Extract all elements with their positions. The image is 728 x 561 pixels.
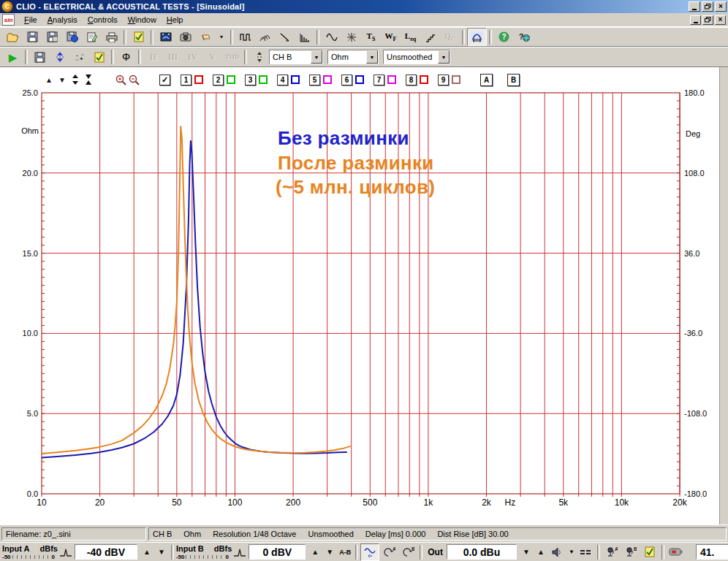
channel-dropdown-arrow[interactable]: ▼: [311, 50, 322, 64]
menu-help[interactable]: Help: [162, 14, 189, 26]
input-a-down-button[interactable]: ▼: [154, 545, 169, 560]
decay-button[interactable]: [275, 28, 295, 46]
curve-slot-number[interactable]: 6: [341, 75, 352, 85]
sinusoidal-button[interactable]: [322, 28, 341, 46]
input-a-up-button[interactable]: ▲: [140, 545, 154, 560]
shift-up-button[interactable]: ▲: [42, 74, 56, 85]
curve-color-swatch[interactable]: [420, 75, 428, 84]
zoom-out-button[interactable]: [127, 74, 140, 85]
phase-button[interactable]: Φ: [116, 48, 136, 66]
smoothing-dropdown-arrow[interactable]: ▼: [438, 50, 450, 64]
linearity-button[interactable]: [420, 28, 440, 46]
open-button[interactable]: [3, 28, 23, 46]
overlay-b-button[interactable]: B: [507, 74, 520, 86]
curve-slot-1[interactable]: 1: [181, 75, 203, 85]
leq-button[interactable]: Leq: [401, 28, 420, 46]
options-button[interactable]: [129, 28, 148, 46]
input-b-up-button[interactable]: ▲: [308, 545, 322, 560]
help-button[interactable]: ?: [494, 28, 514, 46]
erase-dropdown-arrow[interactable]: ▼: [215, 31, 228, 43]
generator-toggle[interactable]: [360, 543, 379, 561]
mdi-restore-button[interactable]: [702, 15, 713, 25]
waterfall-button[interactable]: [255, 28, 275, 46]
curve-slot-2[interactable]: 2: [213, 75, 235, 85]
menu-analysis[interactable]: Analysis: [42, 14, 83, 26]
rta-button[interactable]: [295, 28, 314, 46]
save-as-button[interactable]: [42, 28, 62, 46]
curve-slot-9[interactable]: 9: [438, 75, 460, 85]
minimize-button[interactable]: [689, 1, 700, 12]
curve-color-swatch[interactable]: [259, 75, 268, 84]
snapshot-button[interactable]: [175, 28, 195, 46]
out-up-button[interactable]: ▲: [534, 545, 548, 560]
fft-button[interactable]: [341, 28, 361, 46]
qc-settings-button[interactable]: [640, 543, 659, 561]
movie-button[interactable]: [156, 28, 175, 46]
erase-button[interactable]: [195, 28, 215, 46]
curve-slot-number[interactable]: 1: [181, 75, 192, 85]
save-settings-button[interactable]: [30, 48, 50, 66]
ab-mode-label[interactable]: A-B: [339, 549, 351, 556]
curve-slot-number[interactable]: 7: [374, 75, 384, 85]
notes-button[interactable]: [82, 28, 102, 46]
restore-button[interactable]: [702, 1, 713, 12]
curve-slot-8[interactable]: 8: [406, 75, 428, 85]
curve-slot-5[interactable]: 5: [309, 75, 332, 85]
mls-button[interactable]: [235, 28, 255, 46]
mdi-close-button[interactable]: ×: [715, 15, 726, 25]
start-button[interactable]: ▶: [3, 48, 23, 66]
curve-slot-7[interactable]: 7: [374, 75, 396, 85]
impedance-view-toggle[interactable]: [467, 28, 487, 46]
yscale-button[interactable]: [249, 48, 269, 66]
unit-select[interactable]: Ohm ▼: [327, 50, 379, 64]
overlay-a-button[interactable]: A: [480, 74, 493, 86]
export-button[interactable]: [62, 28, 82, 46]
sinusoidal-document-icon[interactable]: sin: [2, 14, 15, 26]
mdi-minimize-button[interactable]: [690, 15, 701, 25]
marker-checkbox[interactable]: ✓: [159, 75, 170, 85]
curve-slot-number[interactable]: 5: [309, 75, 320, 85]
input-b-down-button[interactable]: ▼: [322, 545, 337, 560]
hardware-status-button[interactable]: [667, 543, 686, 561]
close-button[interactable]: ×: [715, 1, 727, 12]
zoom-in-button[interactable]: [114, 74, 127, 85]
autoscale-button[interactable]: [50, 48, 69, 66]
ts-parameters-button[interactable]: TS: [361, 28, 381, 46]
context-help-button[interactable]: ?: [514, 28, 534, 46]
curve-color-swatch[interactable]: [355, 75, 364, 84]
mic-a-button[interactable]: A: [602, 543, 621, 561]
verify-button[interactable]: [89, 48, 109, 66]
curve-color-swatch[interactable]: [194, 75, 203, 84]
curve-color-swatch[interactable]: [291, 75, 300, 84]
curve-slot-number[interactable]: 9: [438, 75, 449, 85]
speaker-dropdown-arrow[interactable]: ▼: [569, 549, 575, 555]
curve-slot-number[interactable]: 3: [245, 75, 256, 85]
compress-scale-button[interactable]: [82, 74, 95, 85]
out-down-button[interactable]: ▼: [519, 545, 534, 560]
loopback-a-button[interactable]: A: [379, 543, 398, 561]
curve-slot-3[interactable]: 3: [245, 75, 268, 85]
curve-slot-4[interactable]: 4: [277, 75, 300, 85]
loopback-b-button[interactable]: B: [398, 543, 417, 561]
curve-color-swatch[interactable]: [452, 75, 460, 84]
shift-down-button[interactable]: ▼: [56, 74, 69, 85]
unit-dropdown-arrow[interactable]: ▼: [366, 50, 378, 64]
save-button[interactable]: [23, 28, 42, 46]
curve-slot-6[interactable]: 6: [341, 75, 364, 85]
curve-slot-number[interactable]: 4: [277, 75, 288, 85]
marker-center-button[interactable]: -+: [69, 48, 89, 66]
menu-controls[interactable]: Controls: [83, 14, 123, 26]
curve-color-swatch[interactable]: [227, 75, 235, 84]
menu-file[interactable]: File: [19, 14, 42, 26]
smoothing-select[interactable]: Unsmoothed ▼: [383, 50, 450, 64]
menu-window[interactable]: Window: [123, 14, 162, 26]
channel-select[interactable]: CH B ▼: [269, 50, 323, 64]
speaker-button[interactable]: [548, 543, 567, 561]
curve-color-swatch[interactable]: [387, 75, 396, 84]
line-out-button[interactable]: [576, 543, 595, 561]
expand-scale-button[interactable]: [69, 74, 82, 85]
print-button[interactable]: [102, 28, 121, 46]
curve-slot-number[interactable]: 2: [213, 75, 224, 85]
curve-color-swatch[interactable]: [323, 75, 332, 84]
curve-slot-number[interactable]: 8: [406, 75, 417, 85]
